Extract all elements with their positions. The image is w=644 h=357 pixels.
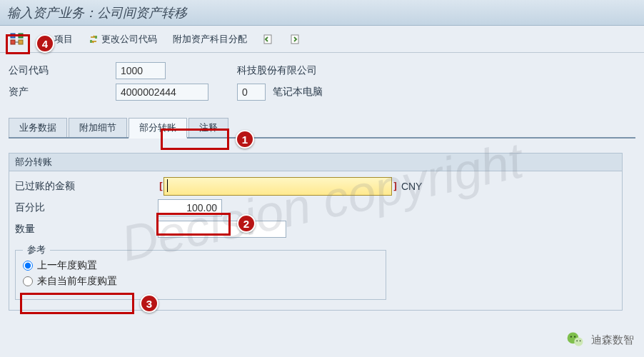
company-code-row: 公司代码 科技股份有限公司 [9, 60, 635, 81]
window-title: 输入资产业务：公司间资产转移 [7, 4, 187, 21]
asset-label: 资产 [9, 86, 116, 99]
quantity-label: 数量 [15, 223, 158, 236]
svg-rect-8 [43, 41, 50, 43]
extra-account-label: 附加资产科目分配 [173, 33, 247, 46]
app-toolbar: 项目 更改公司代码 附加资产科目分配 [0, 26, 644, 53]
svg-point-17 [576, 340, 578, 341]
svg-point-16 [574, 336, 575, 337]
nav-prev-button[interactable] [260, 32, 277, 46]
company-name-display: 科技股份有限公司 [237, 64, 317, 77]
partial-transfer-group-title: 部分转账 [9, 153, 623, 171]
reference-fieldset: 参考 上一年度购置 来自当前年度购置 [15, 250, 386, 300]
list-icon [41, 34, 51, 44]
svg-point-15 [570, 336, 572, 337]
tab-business-data[interactable]: 业务数据 [9, 118, 67, 137]
tab-partial-transfer[interactable]: 部分转账 [129, 118, 187, 139]
svg-rect-2 [19, 34, 23, 38]
asset-row: 资产 笔记本电脑 [9, 81, 635, 103]
svg-rect-10 [90, 40, 92, 43]
radio-curr-year-label: 来自当前年度购置 [37, 275, 117, 288]
line-items-button[interactable]: 项目 [39, 31, 76, 47]
company-code-field[interactable] [116, 62, 166, 79]
extra-account-button[interactable]: 附加资产科目分配 [170, 31, 250, 47]
reference-legend: 参考 [23, 243, 50, 256]
asset-tree-button[interactable] [7, 31, 29, 47]
svg-rect-0 [11, 34, 15, 38]
svg-rect-7 [43, 39, 50, 40]
footer-brand-text: 迪森数智 [591, 333, 634, 347]
asset-description-display: 笔记本电脑 [273, 86, 323, 99]
currency-display: CNY [401, 181, 423, 192]
radio-curr-year-input[interactable] [23, 276, 33, 286]
tabstrip: 业务数据 附加细节 部分转账 注释 [9, 119, 635, 139]
change-company-button[interactable]: 更改公司代码 [86, 31, 160, 47]
svg-rect-12 [291, 35, 298, 44]
percent-input[interactable] [158, 199, 222, 216]
company-code-label: 公司代码 [9, 64, 116, 77]
amount-bracket-left: [ [158, 181, 163, 192]
svg-point-14 [574, 338, 583, 346]
posted-amount-label: 已过账的金额 [15, 180, 158, 193]
svg-rect-1 [11, 40, 15, 44]
line-items-label: 项目 [54, 33, 73, 46]
asset-tree-icon [10, 33, 26, 46]
asset-subno-field[interactable] [237, 84, 266, 101]
page-prev-icon [263, 34, 274, 45]
quantity-input[interactable] [158, 221, 286, 238]
page-next-icon [290, 34, 301, 45]
svg-rect-3 [19, 40, 23, 44]
radio-prev-year-label: 上一年度购置 [37, 259, 97, 272]
swap-icon [89, 34, 99, 44]
tab-extra-details[interactable]: 附加细节 [69, 118, 127, 137]
svg-rect-6 [43, 36, 50, 37]
window-titlebar: 输入资产业务：公司间资产转移 [0, 0, 644, 26]
wechat-icon [565, 330, 585, 350]
tab-notes[interactable]: 注释 [188, 118, 228, 137]
percent-label: 百分比 [15, 201, 158, 214]
asset-number-field[interactable] [116, 84, 208, 101]
change-company-label: 更改公司代码 [101, 33, 157, 46]
svg-rect-9 [95, 36, 97, 39]
radio-prev-year[interactable]: 上一年度购置 [23, 259, 378, 272]
radio-prev-year-input[interactable] [23, 261, 33, 271]
amount-bracket-right: ] [392, 181, 398, 192]
posted-amount-input[interactable] [163, 177, 392, 196]
radio-curr-year[interactable]: 来自当前年度购置 [23, 275, 378, 288]
nav-next-button[interactable] [287, 32, 304, 46]
footer-brand: 迪森数智 [565, 330, 634, 350]
svg-point-18 [580, 340, 581, 341]
